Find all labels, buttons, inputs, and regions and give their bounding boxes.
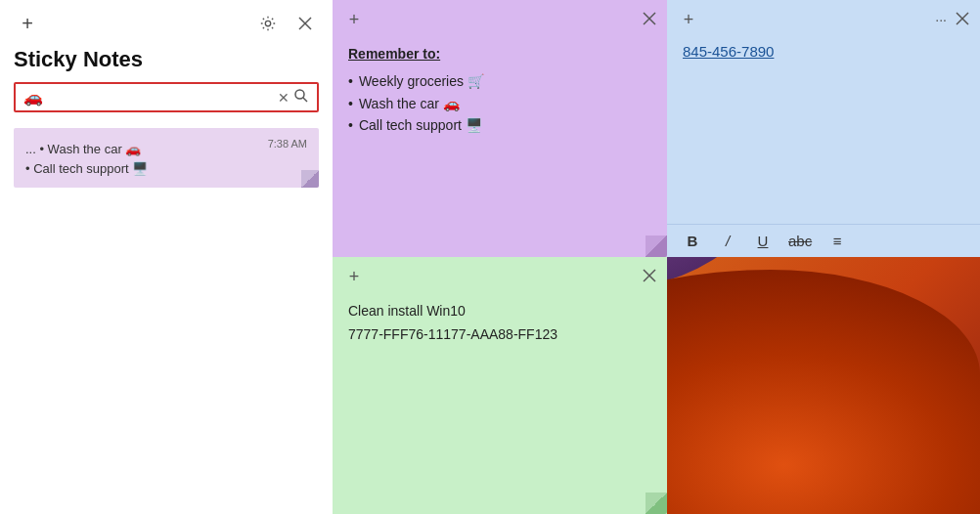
bottom-spacer [667,257,980,514]
blue-note-close-button[interactable] [955,11,970,29]
green-note-corner-fold [646,493,667,514]
purple-note-corner-fold [646,236,667,257]
search-icon [293,88,309,104]
green-note-line2: 7777-FFF76-11177-AAA88-FF123 [348,323,651,347]
blue-note-header: + ··· [667,0,980,39]
search-clear-button[interactable]: ✕ [274,90,293,106]
search-input[interactable] [47,90,274,106]
blue-note: + ··· 845-456-7890 B / U a [667,0,980,257]
blue-note-menu-button[interactable]: ··· [935,12,947,27]
note-item-1: • Weekly groceries 🛒 [348,70,651,92]
green-note-header: + [333,257,667,296]
sidebar-title: Sticky Notes [0,43,333,82]
svg-line-4 [303,98,307,102]
gear-icon [259,15,277,32]
close-sidebar-button[interactable] [291,10,319,37]
notes-area: + Remember to: • Weekly groceries 🛒 [333,0,980,514]
close-icon [642,268,657,283]
green-note-close-button[interactable] [642,268,657,286]
note-preview: ... • Wash the car 🚗 • Call tech support… [25,140,307,178]
green-note-add-button[interactable]: + [342,265,366,288]
notes-top-row: + Remember to: • Weekly groceries 🛒 [333,0,980,257]
settings-button[interactable] [254,10,282,37]
bold-button[interactable]: B [683,233,702,249]
note-item-2-text: Wash the car 🚗 [359,93,460,114]
note-item-3: • Call tech support 🖥️ [348,114,651,136]
sidebar-panel: + Sticky Notes 🚗 ✕ [0,0,333,514]
close-icon [955,11,970,26]
purple-note-close-button[interactable] [642,11,657,29]
sidebar-header: + [0,0,333,43]
underline-button[interactable]: U [753,233,773,249]
purple-note-body: Remember to: • Weekly groceries 🛒 • Wash… [333,39,667,257]
green-note-body: Clean install Win10 7777-FFF76-11177-AAA… [333,296,667,514]
bullet-2: • [348,93,353,114]
green-note: + Clean install Win10 7777-FFF76-11177-A… [333,257,667,514]
italic-button[interactable]: / [718,233,737,249]
purple-note-add-button[interactable]: + [342,8,366,31]
list-item[interactable]: 7:38 AM ... • Wash the car 🚗 • Call tech… [14,128,319,188]
search-emoji-icon: 🚗 [23,88,43,107]
search-box: 🚗 ✕ [14,82,319,112]
purple-note: + Remember to: • Weekly groceries 🛒 [333,0,667,257]
sidebar-header-icons [254,10,319,37]
green-note-line1: Clean install Win10 [348,300,651,323]
note-preview-line2: • Call tech support 🖥️ [25,159,307,179]
blue-note-phone-number[interactable]: 845-456-7890 [683,43,774,60]
close-icon [297,16,313,31]
close-icon [642,11,657,26]
purple-note-title: Remember to: [348,43,651,64]
note-list: 7:38 AM ... • Wash the car 🚗 • Call tech… [0,124,333,514]
sidebar-add-button[interactable]: + [14,10,41,37]
note-item-3-text: Call tech support 🖥️ [359,114,482,136]
notes-bottom-row: + Clean install Win10 7777-FFF76-11177-A… [333,257,980,514]
blue-note-add-button[interactable]: + [677,8,700,31]
note-preview-line1: ... • Wash the car 🚗 [25,140,307,159]
bullet-3: • [348,114,353,136]
list-button[interactable]: ≡ [827,233,847,249]
note-time: 7:38 AM [268,138,307,150]
strikethrough-button[interactable]: abc [788,233,812,249]
svg-point-0 [265,21,270,25]
note-item-2: • Wash the car 🚗 [348,93,651,114]
purple-note-header: + [333,0,667,39]
bullet-1: • [348,70,353,92]
app-container: + Sticky Notes 🚗 ✕ [0,0,980,514]
blue-note-body: 845-456-7890 [667,39,980,224]
svg-point-3 [295,90,304,99]
note-item-1-text: Weekly groceries 🛒 [359,70,484,92]
note-corner-fold [301,170,319,188]
search-button[interactable] [293,88,309,107]
blue-note-toolbar: B / U abc ≡ [667,224,980,257]
